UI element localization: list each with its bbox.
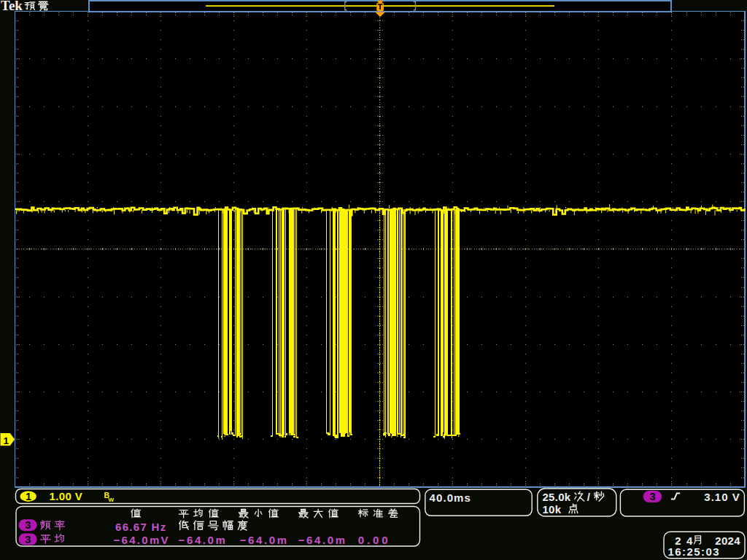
svg-text:W: W [109, 497, 115, 503]
svg-text:−64.0m: −64.0m [179, 534, 228, 546]
svg-text:1.00 V: 1.00 V [50, 490, 83, 502]
svg-text:−64.0m: −64.0m [240, 534, 289, 546]
svg-text:25.0k: 25.0k [542, 491, 570, 503]
svg-text:1: 1 [26, 491, 31, 502]
svg-text:−64.0mV: −64.0mV [114, 534, 170, 546]
svg-text:66.67 Hz: 66.67 Hz [115, 521, 166, 533]
svg-text:−64.0m: −64.0m [298, 534, 347, 546]
svg-text:16:25:03: 16:25:03 [668, 545, 721, 558]
svg-text:0.00: 0.00 [358, 534, 391, 546]
svg-text:40.0ms: 40.0ms [430, 491, 471, 504]
svg-text:1: 1 [4, 435, 9, 446]
svg-text:3: 3 [650, 491, 656, 502]
svg-text:Tek: Tek [1, 0, 23, 13]
svg-text:3.10 V: 3.10 V [704, 491, 740, 503]
svg-text:3: 3 [25, 519, 31, 531]
svg-text:10k: 10k [542, 503, 561, 516]
svg-text:3: 3 [25, 534, 31, 545]
